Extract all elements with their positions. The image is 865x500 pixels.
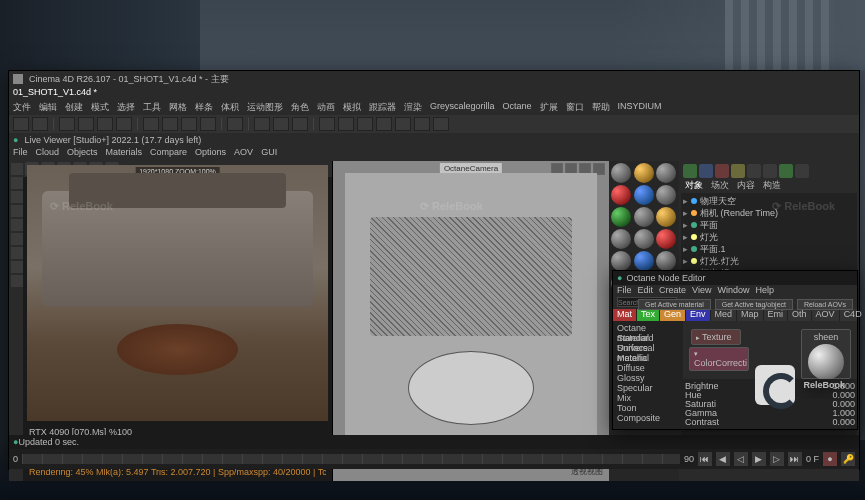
material-swatch[interactable]: [634, 185, 654, 205]
menu-simulate[interactable]: 模拟: [343, 101, 361, 115]
obj-tool-5[interactable]: [747, 164, 761, 178]
list-item[interactable]: Diffuse: [615, 363, 681, 373]
get-material-button[interactable]: Get Active material: [638, 299, 711, 310]
wireframe-table[interactable]: [408, 351, 534, 425]
lv-menu-cloud[interactable]: Cloud: [36, 147, 60, 161]
current-frame[interactable]: 0 F: [806, 454, 819, 464]
spline-primitive[interactable]: [338, 117, 354, 131]
undo-button[interactable]: [13, 117, 29, 131]
menu-mograph[interactable]: 运动图形: [247, 101, 283, 115]
obj-tool-4[interactable]: [731, 164, 745, 178]
ne-menu-file[interactable]: File: [617, 285, 632, 297]
menu-tools[interactable]: 工具: [143, 101, 161, 115]
menu-octane[interactable]: Octane: [503, 101, 532, 115]
material-swatch[interactable]: [656, 207, 676, 227]
ne-menu-edit[interactable]: Edit: [638, 285, 654, 297]
render-settings-button[interactable]: [273, 117, 289, 131]
history-button[interactable]: [143, 117, 159, 131]
record-button[interactable]: ●: [823, 452, 837, 466]
menu-mesh[interactable]: 网格: [169, 101, 187, 115]
tab-mat[interactable]: Mat: [613, 309, 637, 321]
material-swatch[interactable]: [656, 251, 676, 271]
material-swatch[interactable]: [634, 229, 654, 249]
obj-tool-3[interactable]: [715, 164, 729, 178]
obj-tool-6[interactable]: [763, 164, 777, 178]
snap-toggle[interactable]: [11, 261, 23, 273]
menu-edit[interactable]: 编辑: [39, 101, 57, 115]
goto-end-button[interactable]: ⏭: [788, 452, 802, 466]
deformer-button[interactable]: [376, 117, 392, 131]
menu-help[interactable]: 帮助: [592, 101, 610, 115]
rotate-tool[interactable]: [116, 117, 132, 131]
texture-mode[interactable]: [11, 233, 23, 245]
reload-aov-button[interactable]: Reload AOVs: [797, 299, 853, 310]
render-queue-button[interactable]: [292, 117, 308, 131]
ne-menu-create[interactable]: Create: [659, 285, 686, 297]
menu-spline[interactable]: 样条: [195, 101, 213, 115]
material-swatch[interactable]: [634, 207, 654, 227]
texture-node[interactable]: ▸ Texture: [691, 329, 741, 345]
tab-env[interactable]: Env: [686, 309, 711, 321]
lv-menu-options[interactable]: Options: [195, 147, 226, 161]
material-swatch[interactable]: [634, 163, 654, 183]
tab-objects[interactable]: 对象: [685, 179, 703, 193]
axis-x-toggle[interactable]: [162, 117, 178, 131]
list-item[interactable]: Octane material: [615, 323, 681, 333]
menu-select[interactable]: 选择: [117, 101, 135, 115]
obj-tool-7[interactable]: [779, 164, 793, 178]
next-frame-button[interactable]: ▷: [770, 452, 784, 466]
material-swatch[interactable]: [656, 229, 676, 249]
tab-c4d[interactable]: C4D: [840, 309, 865, 321]
lv-menu-file[interactable]: File: [13, 147, 28, 161]
tab-gen[interactable]: Gen: [660, 309, 686, 321]
model-mode[interactable]: [11, 163, 23, 175]
list-item[interactable]: Composite: [615, 413, 681, 423]
lv-menu-objects[interactable]: Objects: [67, 147, 98, 161]
play-back-button[interactable]: ◁: [734, 452, 748, 466]
quantize-toggle[interactable]: [11, 275, 23, 287]
document-tab[interactable]: 01_SHOT1_V1.c4d *: [13, 87, 97, 101]
light-button[interactable]: [433, 117, 449, 131]
list-item[interactable]: Universal material: [615, 343, 681, 353]
wireframe-sofa[interactable]: [370, 217, 572, 335]
redo-button[interactable]: [32, 117, 48, 131]
menu-animate[interactable]: 动画: [317, 101, 335, 115]
obj-tool-8[interactable]: [795, 164, 809, 178]
menu-file[interactable]: 文件: [13, 101, 31, 115]
material-swatch[interactable]: [634, 251, 654, 271]
list-item[interactable]: Glossy: [615, 373, 681, 383]
get-tag-button[interactable]: Get Active tag/object: [715, 299, 793, 310]
colorcorrect-node[interactable]: ▾ ColorCorrecti: [689, 347, 749, 371]
polygon-mode[interactable]: [11, 219, 23, 231]
lv-menu-materials[interactable]: Materials: [106, 147, 143, 161]
edge-mode[interactable]: [11, 205, 23, 217]
prop-value[interactable]: 0.000: [832, 417, 855, 426]
ne-menu-window[interactable]: Window: [717, 285, 749, 297]
node-type-list[interactable]: Octane material Standard Surface Univers…: [613, 321, 683, 429]
scale-tool[interactable]: [97, 117, 113, 131]
timeline-end[interactable]: 90: [684, 454, 694, 464]
tab-content[interactable]: 内容: [737, 179, 755, 193]
menu-window[interactable]: 窗口: [566, 101, 584, 115]
timeline-start[interactable]: 0: [13, 454, 18, 464]
material-swatch[interactable]: [611, 207, 631, 227]
tab-med[interactable]: Med: [711, 309, 738, 321]
timeline-track[interactable]: [22, 454, 680, 464]
lv-menu-gui[interactable]: GUI: [261, 147, 277, 161]
generator-button[interactable]: [357, 117, 373, 131]
tab-structure[interactable]: 构造: [763, 179, 781, 193]
tab-map[interactable]: Map: [737, 309, 764, 321]
object-mode[interactable]: [11, 177, 23, 189]
workplane-mode[interactable]: [11, 247, 23, 259]
goto-start-button[interactable]: ⏮: [698, 452, 712, 466]
material-swatch[interactable]: [656, 163, 676, 183]
menu-volume[interactable]: 体积: [221, 101, 239, 115]
list-item[interactable]: Specular: [615, 383, 681, 393]
select-tool[interactable]: [59, 117, 75, 131]
ne-menu-view[interactable]: View: [692, 285, 711, 297]
coord-system-button[interactable]: [227, 117, 243, 131]
list-item[interactable]: Standard Surface: [615, 333, 681, 343]
menu-character[interactable]: 角色: [291, 101, 309, 115]
tab-emi[interactable]: Emi: [764, 309, 789, 321]
render-view-button[interactable]: [254, 117, 270, 131]
